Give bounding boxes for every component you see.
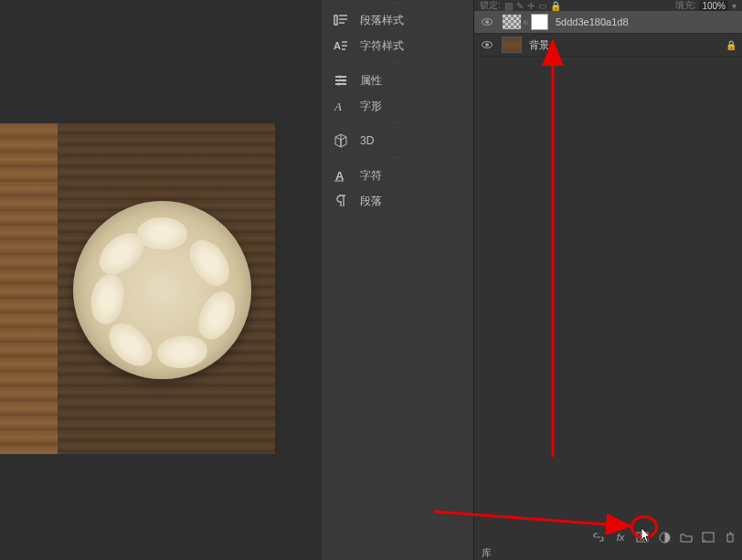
svg-point-3: [338, 83, 341, 86]
glyphs-icon: A: [333, 98, 349, 114]
panel-label: 字形: [360, 99, 382, 114]
lock-icon: 🔒: [724, 40, 738, 50]
paragraph-icon: [333, 193, 349, 209]
panel-label: 属性: [360, 73, 382, 89]
new-layer-icon[interactable]: [702, 531, 715, 544]
image-dumpling: [137, 217, 187, 249]
panel-properties[interactable]: 属性: [322, 68, 473, 93]
image-dumpling: [182, 233, 237, 292]
link-layers-icon[interactable]: [592, 531, 605, 544]
lock-all-icon[interactable]: 🔒: [550, 1, 561, 11]
svg-point-7: [640, 534, 645, 540]
eye-icon: [482, 41, 493, 48]
character-icon: A: [333, 167, 349, 184]
panel-character[interactable]: A 字符: [322, 163, 473, 188]
canvas-area: [0, 0, 322, 560]
layer-name[interactable]: 5ddd3e180a1d8: [556, 16, 738, 27]
layer-row[interactable]: ⎌ 5ddd3e180a1d8: [474, 11, 742, 34]
layer-thumbnail[interactable]: [502, 14, 522, 30]
svg-text:A: A: [334, 100, 342, 112]
panel-separator: ⋯⋯: [322, 58, 473, 68]
panel-paragraph-styles[interactable]: 段落样式: [322, 7, 473, 33]
panel-char-styles[interactable]: A 字符样式: [322, 33, 473, 58]
layer-thumbnail[interactable]: [502, 37, 522, 53]
panel-separator: ⋯⋯: [322, 153, 473, 163]
libraries-tab[interactable]: 库: [482, 546, 492, 560]
lock-transparency-icon[interactable]: ▨: [504, 1, 513, 11]
panel-drag-handle[interactable]: ⋯⋯: [322, 0, 473, 7]
panel-label: 3D: [360, 134, 374, 147]
panel-paragraph[interactable]: 段落: [322, 188, 473, 214]
lock-label: 锁定:: [480, 0, 501, 12]
image-dumpling: [87, 271, 127, 326]
layer-row[interactable]: 背景 🔒: [474, 34, 742, 57]
lock-artboard-icon[interactable]: ▭: [538, 1, 546, 11]
lock-image-icon[interactable]: ✎: [516, 1, 524, 11]
panel-3d[interactable]: 3D: [322, 128, 473, 153]
panel-label: 字符样式: [360, 38, 404, 54]
lock-position-icon[interactable]: ✛: [527, 1, 535, 11]
fill-dropdown-icon[interactable]: ▾: [732, 1, 737, 11]
image-bg-left: [0, 123, 58, 454]
fill-value[interactable]: 100%: [699, 1, 728, 11]
image-plate: [73, 201, 251, 379]
svg-point-1: [339, 76, 342, 79]
document-image[interactable]: [0, 123, 275, 454]
panel-column: ⋯⋯ 段落样式 A 字符样式 ⋯⋯ 属性 A 字形 ⋯⋯ 3D ⋯⋯ A 字: [322, 0, 473, 560]
char-styles-icon: A: [333, 37, 349, 54]
panel-separator: ⋯⋯: [322, 119, 473, 128]
layers-lock-bar: 锁定: ▨ ✎ ✛ ▭ 🔒 填充: 100% ▾: [474, 0, 742, 11]
image-dumpling: [192, 286, 242, 345]
fill-label: 填充:: [675, 0, 696, 12]
layer-mask-link-icon[interactable]: ⎌: [522, 17, 529, 26]
svg-point-2: [343, 79, 345, 82]
add-mask-icon[interactable]: [636, 531, 649, 544]
layer-name[interactable]: 背景: [529, 38, 724, 52]
layers-footer: fx 库: [474, 523, 742, 560]
panel-label: 段落: [360, 194, 382, 209]
adjustment-layer-icon[interactable]: [658, 531, 671, 544]
delete-layer-icon[interactable]: [724, 531, 737, 544]
panel-label: 字符: [360, 168, 382, 184]
layer-fx-icon[interactable]: fx: [614, 531, 627, 544]
svg-text:A: A: [334, 40, 341, 51]
layer-visibility-toggle[interactable]: [478, 38, 496, 51]
layers-panel: 锁定: ▨ ✎ ✛ ▭ 🔒 填充: 100% ▾ ⎌ 5ddd3e180a1d8…: [473, 0, 742, 560]
properties-icon: [333, 72, 349, 89]
panel-label: 段落样式: [360, 13, 404, 28]
layer-mask-thumbnail[interactable]: [531, 14, 548, 30]
paragraph-styles-icon: [333, 12, 349, 28]
cube-3d-icon: [333, 132, 349, 149]
image-dumpling: [156, 334, 209, 371]
panel-glyphs[interactable]: A 字形: [322, 93, 473, 119]
layer-visibility-toggle[interactable]: [478, 16, 496, 28]
new-group-icon[interactable]: [680, 531, 693, 544]
svg-text:A: A: [335, 169, 344, 182]
eye-icon: [482, 18, 493, 26]
